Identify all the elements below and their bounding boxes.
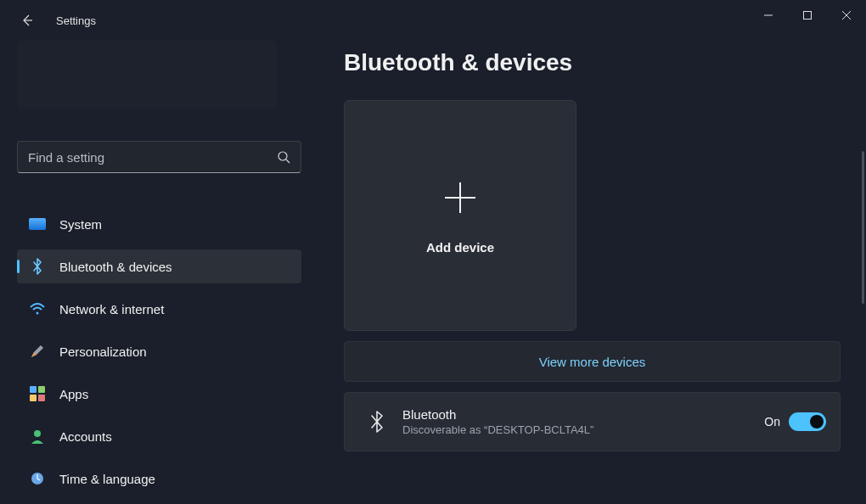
app-title: Settings bbox=[56, 14, 96, 27]
svg-point-4 bbox=[278, 152, 287, 160]
sidebar-item-label: Accounts bbox=[59, 429, 112, 444]
svg-point-6 bbox=[37, 312, 39, 315]
close-button[interactable] bbox=[827, 0, 866, 31]
bluetooth-text: Bluetooth Discoverable as “DESKTOP-BCLTA… bbox=[402, 407, 764, 436]
sidebar-item-label: Bluetooth & devices bbox=[59, 260, 172, 274]
sidebar-item-label: Time & language bbox=[59, 472, 155, 486]
sidebar-item-network[interactable]: Network & internet bbox=[17, 292, 301, 326]
sidebar-item-label: Apps bbox=[59, 387, 88, 401]
display-icon bbox=[29, 216, 46, 232]
sidebar-item-bluetooth-devices[interactable]: Bluetooth & devices bbox=[17, 249, 301, 283]
search-icon bbox=[277, 150, 290, 164]
view-more-devices-label: View more devices bbox=[539, 355, 646, 369]
back-button[interactable] bbox=[19, 12, 36, 29]
add-device-label: Add device bbox=[426, 240, 494, 255]
svg-rect-1 bbox=[804, 12, 812, 20]
sidebar-item-label: Personalization bbox=[59, 344, 147, 359]
sidebar: System Bluetooth & devices Network & int… bbox=[0, 41, 318, 504]
bluetooth-card[interactable]: Bluetooth Discoverable as “DESKTOP-BCLTA… bbox=[344, 392, 841, 451]
view-more-devices-button[interactable]: View more devices bbox=[344, 341, 841, 382]
wifi-icon bbox=[29, 300, 46, 317]
sidebar-item-label: Network & internet bbox=[59, 302, 164, 316]
sidebar-item-time-language[interactable]: Time & language bbox=[17, 462, 301, 496]
sidebar-item-system[interactable]: System bbox=[17, 207, 301, 241]
minimize-button[interactable] bbox=[749, 0, 788, 31]
scrollbar[interactable] bbox=[862, 151, 864, 304]
bluetooth-icon bbox=[363, 411, 391, 433]
clock-globe-icon bbox=[29, 470, 46, 487]
apps-icon bbox=[29, 385, 46, 402]
titlebar: Settings bbox=[0, 0, 866, 41]
nav: System Bluetooth & devices Network & int… bbox=[17, 207, 301, 504]
add-device-card[interactable]: Add device bbox=[344, 100, 576, 331]
paintbrush-icon bbox=[29, 343, 46, 360]
main-content: Bluetooth & devices Add device View more… bbox=[318, 41, 866, 504]
bluetooth-icon bbox=[29, 258, 46, 275]
sidebar-item-apps[interactable]: Apps bbox=[17, 377, 301, 411]
page-title: Bluetooth & devices bbox=[344, 49, 841, 76]
minimize-icon bbox=[763, 10, 773, 20]
sidebar-item-label: System bbox=[59, 217, 102, 232]
bluetooth-switch-label: On bbox=[764, 415, 780, 428]
profile-block[interactable] bbox=[17, 41, 277, 109]
sidebar-item-personalization[interactable]: Personalization bbox=[17, 334, 301, 368]
close-icon bbox=[841, 10, 852, 20]
svg-point-7 bbox=[34, 430, 41, 437]
plus-icon bbox=[440, 177, 481, 218]
sidebar-item-accounts[interactable]: Accounts bbox=[17, 419, 301, 453]
search-input-wrap[interactable] bbox=[17, 141, 301, 173]
bluetooth-toggle[interactable] bbox=[789, 412, 826, 431]
arrow-left-icon bbox=[20, 14, 34, 27]
svg-line-5 bbox=[286, 160, 290, 163]
window-controls bbox=[749, 0, 866, 31]
maximize-icon bbox=[802, 10, 813, 20]
bluetooth-subtitle: Discoverable as “DESKTOP-BCLTA4L” bbox=[402, 423, 764, 436]
bluetooth-title: Bluetooth bbox=[402, 407, 764, 422]
person-icon bbox=[29, 428, 46, 445]
search-input[interactable] bbox=[28, 150, 277, 165]
maximize-button[interactable] bbox=[788, 0, 827, 31]
